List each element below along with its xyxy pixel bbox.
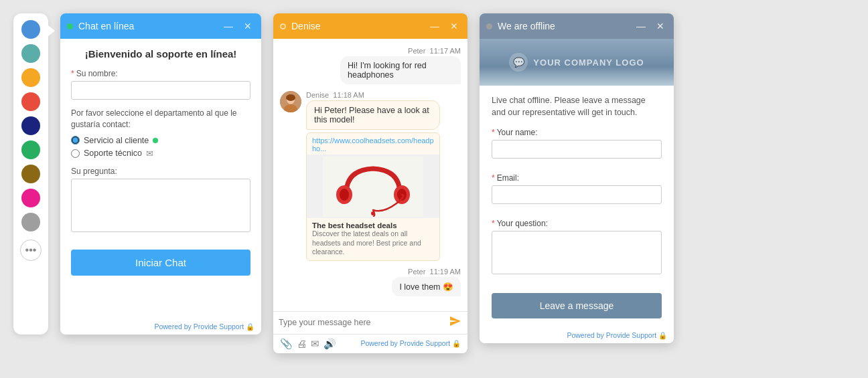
link-url: https://www.coolheadsets.com/headpho... (307, 133, 439, 155)
servicio-status-dot (153, 138, 158, 143)
email-icon[interactable]: ✉ (311, 338, 319, 350)
radio-soporte-label: Soporte técnico (84, 149, 142, 158)
close-btn-3[interactable]: ✕ (654, 19, 667, 33)
offline-question-label: *Your question: (492, 219, 662, 228)
chat-window-2: Denise — ✕ Peter 11:17 AM Hi! I'm lookin… (273, 13, 467, 353)
radio-servicio[interactable]: Servicio al cliente (71, 136, 250, 145)
welcome-title: ¡Bienvenido al soporte en línea! (71, 48, 250, 60)
question-section: Su pregunta: (71, 167, 250, 235)
dept-section: Por favor seleccione el departamento al … (71, 108, 250, 159)
chat-input-area (273, 311, 467, 334)
offline-body: Live chat offline. Please leave a messag… (480, 86, 674, 328)
chat-header-3: We are offline — ✕ (480, 13, 674, 39)
chat-header-1: Chat en línea — ✕ (60, 13, 261, 39)
toolbar-icons: 📎 🖨 ✉ 🔊 Powered by Provide Support 🔒 (273, 334, 467, 353)
svg-marker-11 (450, 316, 461, 326)
close-btn-2[interactable]: ✕ (447, 19, 461, 33)
send-button[interactable] (449, 315, 462, 330)
svg-point-4 (286, 94, 295, 101)
status-dot-3 (486, 23, 492, 29)
required-star-name: * (71, 69, 74, 78)
svg-rect-5 (323, 157, 423, 217)
minimize-btn-2[interactable]: — (427, 19, 442, 33)
leave-message-button[interactable]: Leave a message (492, 293, 662, 318)
sidebar-color-7[interactable] (21, 165, 40, 183)
radio-servicio-input[interactable] (71, 136, 80, 145)
status-dot-2 (280, 23, 286, 29)
logo-text: YOUR COMPANY LOGO (533, 58, 644, 68)
sidebar-color-2[interactable] (21, 44, 40, 63)
chat-body-2: Peter 11:17 AM Hi! I'm looking for red h… (273, 39, 467, 311)
chat-window-3: We are offline — ✕ 💬 YOUR COMPANY LOGO L… (480, 13, 674, 343)
sidebar-color-3[interactable] (21, 68, 40, 87)
chat-body-1: ¡Bienvenido al soporte en línea! *Su nom… (60, 39, 261, 319)
radio-servicio-label: Servicio al cliente (84, 136, 149, 145)
offline-email-label: *Email: (492, 173, 662, 183)
sidebar-more-button[interactable]: ••• (20, 240, 42, 261)
name-label: *Su nombre: (71, 69, 250, 78)
status-dot-1 (67, 23, 73, 29)
close-btn-1[interactable]: ✕ (241, 19, 255, 33)
link-image (307, 155, 439, 218)
offline-logo-area: 💬 YOUR COMPANY LOGO (480, 39, 674, 86)
offline-email-section: *Email: (492, 173, 662, 211)
dept-label: Por favor seleccione el departamento al … (71, 108, 250, 130)
powered-by-2: Powered by Provide Support 🔒 (360, 339, 461, 348)
chat-title-2: Denise (291, 21, 422, 31)
radio-soporte[interactable]: Soporte técnico ✉ (71, 149, 250, 159)
offline-name-input[interactable] (492, 140, 662, 159)
chat-title-3: We are offline (498, 21, 628, 31)
msg-meta-1: Peter 11:17 AM (408, 47, 461, 55)
svg-point-7 (340, 189, 349, 201)
powered-by-3: Powered by Provide Support 🔒 (480, 328, 674, 343)
link-preview[interactable]: https://www.coolheadsets.com/headpho... (306, 132, 440, 261)
audio-icon[interactable]: 🔊 (323, 338, 336, 350)
msg-meta-3: Peter 11:19 AM (408, 268, 461, 276)
offline-name-section: *Your name: (492, 128, 662, 165)
chat-header-2: Denise — ✕ (273, 13, 467, 39)
svg-point-10 (371, 211, 375, 215)
radio-soporte-input[interactable] (71, 149, 80, 158)
name-input[interactable] (71, 81, 250, 100)
sidebar: ••• (13, 13, 48, 335)
link-caption: The best headset deals Discover the late… (307, 218, 439, 260)
msg-bubble-2: Hi Peter! Please have a look at this mod… (306, 100, 440, 130)
message-1: Peter 11:17 AM Hi! I'm looking for red h… (280, 47, 461, 84)
msg-left-content-2: Denise 11:18 AM Hi Peter! Please have a … (306, 91, 440, 261)
sidebar-color-8[interactable] (21, 189, 40, 207)
message-input[interactable] (279, 318, 445, 327)
message-3: Peter 11:19 AM I love them 😍 (280, 268, 461, 296)
question-textarea[interactable] (71, 179, 250, 232)
msg-meta-2: Denise 11:18 AM (306, 91, 440, 99)
sidebar-color-6[interactable] (21, 140, 40, 159)
attachment-icon[interactable]: 📎 (280, 338, 293, 350)
headphones-svg (323, 157, 423, 217)
sidebar-color-9[interactable] (21, 213, 40, 231)
offline-email-input[interactable] (492, 185, 662, 204)
powered-by-1: Powered by Provide Support 🔒 (60, 319, 261, 335)
logo-icon: 💬 (509, 53, 528, 72)
offline-question-textarea[interactable] (492, 231, 662, 274)
sidebar-color-5[interactable] (21, 116, 40, 135)
minimize-btn-1[interactable]: — (221, 19, 236, 33)
start-chat-button[interactable]: Iniciar Chat (71, 250, 250, 276)
sidebar-arrow (48, 25, 55, 36)
offline-question-section: *Your question: (492, 219, 662, 285)
sidebar-color-1[interactable] (21, 20, 40, 39)
offline-message: Live chat offline. Please leave a messag… (492, 95, 662, 118)
main-wrapper: ••• Chat en línea — ✕ ¡Bienvenido al sop… (0, 0, 868, 378)
name-section: *Su nombre: (71, 69, 250, 100)
message-2: Denise 11:18 AM Hi Peter! Please have a … (280, 91, 461, 261)
link-caption-text: Discover the latest deals on all headset… (312, 229, 434, 257)
minimize-btn-3[interactable]: — (634, 19, 648, 33)
offline-name-label: *Your name: (492, 128, 662, 137)
company-logo: 💬 YOUR COMPANY LOGO (509, 53, 644, 72)
sidebar-color-4[interactable] (21, 92, 40, 111)
question-label: Su pregunta: (71, 167, 250, 176)
link-caption-title: The best headset deals (312, 221, 434, 229)
msg-bubble-3: I love them 😍 (392, 277, 461, 296)
print-icon[interactable]: 🖨 (297, 338, 307, 349)
msg-bubble-1: Hi! I'm looking for red headphones (340, 56, 461, 84)
agent-avatar-2 (280, 91, 301, 112)
chat-title-1: Chat en línea (78, 21, 216, 31)
